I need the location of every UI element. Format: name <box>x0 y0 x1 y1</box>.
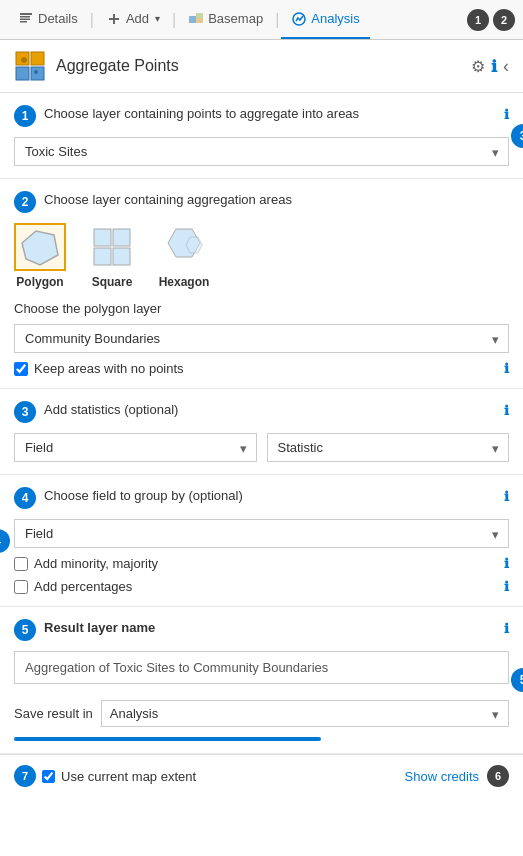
step4-field-dropdown[interactable]: Field <box>14 519 509 548</box>
back-icon[interactable]: ‹ <box>503 56 509 77</box>
nav-add[interactable]: Add ▾ <box>96 0 170 39</box>
svg-rect-7 <box>196 13 203 18</box>
aggregate-points-icon <box>14 50 46 82</box>
svg-marker-16 <box>22 231 58 265</box>
shape-square[interactable]: Square <box>86 223 138 289</box>
minority-majority-checkbox[interactable] <box>14 557 28 571</box>
step3-header: 3 Add statistics (optional) ℹ <box>14 401 509 423</box>
hexagon-label: Hexagon <box>159 275 210 289</box>
add-arrow-icon: ▾ <box>155 13 160 24</box>
nav-basemap[interactable]: Basemap <box>178 0 273 39</box>
step1-layer-dropdown[interactable]: Toxic Sites <box>14 137 509 166</box>
field-dropdown[interactable]: Field <box>14 433 257 462</box>
basemap-icon <box>188 11 204 27</box>
keep-areas-label: Keep areas with no points <box>34 361 184 376</box>
percentages-checkbox[interactable] <box>14 580 28 594</box>
field-dropdown-wrapper: Field <box>14 433 257 462</box>
polygon-icon-wrap <box>14 223 66 271</box>
step2-area-dropdown-wrapper: Community Boundaries <box>14 324 509 353</box>
step4-header: 4 Choose field to group by (optional) ℹ <box>14 487 509 509</box>
keep-areas-info-icon[interactable]: ℹ <box>504 361 509 376</box>
percentages-info-icon[interactable]: ℹ <box>504 579 509 594</box>
header-info-icon[interactable]: ℹ <box>491 57 497 76</box>
percentages-label: Add percentages <box>34 579 132 594</box>
keep-areas-row: Keep areas with no points ℹ <box>14 361 509 376</box>
add-icon <box>106 11 122 27</box>
step4-title: Choose field to group by (optional) <box>44 487 496 505</box>
left-badge-4[interactable]: 4 <box>0 529 10 553</box>
statistic-dropdown-wrapper: Statistic <box>267 433 510 462</box>
nav-divider-2: | <box>172 11 176 29</box>
step2-title: Choose layer containing aggregation area… <box>44 191 509 209</box>
use-extent-row: 7 Use current map extent <box>14 765 196 787</box>
step4-field-dropdown-wrapper: Field <box>14 519 509 548</box>
nav-analysis[interactable]: Analysis <box>281 0 369 39</box>
panel-header-actions: ⚙ ℹ ‹ <box>471 56 509 77</box>
show-credits-link[interactable]: Show credits <box>405 769 479 784</box>
nav-badge-1[interactable]: 1 <box>467 9 489 31</box>
svg-rect-17 <box>94 229 111 246</box>
step1-header: 1 Choose layer containing points to aggr… <box>14 105 509 127</box>
hexagon-icon-wrap <box>158 223 210 271</box>
step2-header: 2 Choose layer containing aggregation ar… <box>14 191 509 213</box>
keep-areas-checkbox[interactable] <box>14 362 28 376</box>
svg-rect-11 <box>31 52 44 65</box>
nav-details[interactable]: Details <box>8 0 88 39</box>
result-layer-name-input[interactable] <box>14 651 509 684</box>
panel-title: Aggregate Points <box>56 57 471 75</box>
statistic-dropdown[interactable]: Statistic <box>267 433 510 462</box>
shape-hexagon[interactable]: Hexagon <box>158 223 210 289</box>
step1-section: 1 Choose layer containing points to aggr… <box>0 93 523 179</box>
polygon-label: Polygon <box>16 275 63 289</box>
step2-area-dropdown[interactable]: Community Boundaries <box>14 324 509 353</box>
step5-title: Result layer name <box>44 619 496 637</box>
top-navigation: Details | Add ▾ | Basemap | Analysis 1 2 <box>0 0 523 40</box>
panel-header: Aggregate Points ⚙ ℹ ‹ <box>0 40 523 93</box>
step4-info-icon[interactable]: ℹ <box>504 489 509 504</box>
save-result-row: Save result in Analysis <box>14 700 509 727</box>
minority-majority-label: Add minority, majority <box>34 556 158 571</box>
minority-majority-row: Add minority, majority ℹ <box>14 556 509 571</box>
step1-badge: 1 <box>14 105 36 127</box>
step1-info-icon[interactable]: ℹ <box>504 107 509 122</box>
svg-rect-1 <box>20 16 30 18</box>
svg-rect-19 <box>94 248 111 265</box>
right-badge-5[interactable]: 5 <box>511 668 523 692</box>
nav-details-label: Details <box>38 11 78 26</box>
shape-polygon[interactable]: Polygon <box>14 223 66 289</box>
square-icon-wrap <box>86 223 138 271</box>
step3-info-icon[interactable]: ℹ <box>504 403 509 418</box>
step1-title: Choose layer containing points to aggreg… <box>44 105 496 123</box>
right-badge-3[interactable]: 3 <box>511 124 523 148</box>
step3-section: 3 Add statistics (optional) ℹ Field Stat… <box>0 389 523 475</box>
right-badge-6[interactable]: 6 <box>487 765 509 787</box>
nav-divider-3: | <box>275 11 279 29</box>
step5-info-icon[interactable]: ℹ <box>504 621 509 636</box>
nav-basemap-label: Basemap <box>208 11 263 26</box>
step3-title: Add statistics (optional) <box>44 401 496 419</box>
svg-rect-3 <box>20 21 27 23</box>
svg-rect-0 <box>20 13 32 15</box>
svg-marker-22 <box>186 237 202 253</box>
svg-rect-2 <box>20 18 30 20</box>
polygon-sublabel: Choose the polygon layer <box>14 301 509 316</box>
svg-point-15 <box>34 70 38 74</box>
bottom-badge-7[interactable]: 7 <box>14 765 36 787</box>
save-result-dropdown[interactable]: Analysis <box>101 700 509 727</box>
svg-rect-18 <box>113 229 130 246</box>
svg-rect-20 <box>113 248 130 265</box>
percentages-row: Add percentages ℹ <box>14 579 509 594</box>
analysis-icon <box>291 11 307 27</box>
svg-point-14 <box>21 57 27 63</box>
svg-rect-8 <box>196 18 203 23</box>
nav-badge-2[interactable]: 2 <box>493 9 515 31</box>
settings-icon[interactable]: ⚙ <box>471 57 485 76</box>
minority-majority-info-icon[interactable]: ℹ <box>504 556 509 571</box>
svg-rect-6 <box>189 16 196 23</box>
use-extent-checkbox[interactable] <box>42 770 55 783</box>
step3-dropdowns: Field Statistic <box>14 433 509 462</box>
svg-rect-12 <box>16 67 29 80</box>
use-extent-label: Use current map extent <box>61 769 196 784</box>
step4-badge: 4 <box>14 487 36 509</box>
progress-bar <box>14 737 321 741</box>
